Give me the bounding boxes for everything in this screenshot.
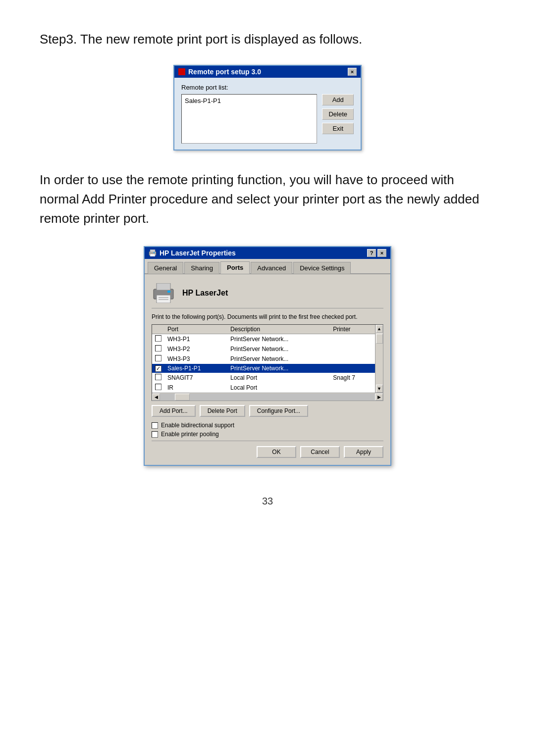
port-table-scroll: Port Description Printer WH3-P1 PrintSer… (152, 325, 375, 393)
step3-text: Step3. The new remote print port is disp… (40, 30, 495, 49)
hscroll-track[interactable] (160, 394, 375, 401)
hscroll-right-arrow[interactable]: ▶ (375, 394, 383, 401)
port-printer-4: SnagIt 7 (330, 373, 375, 383)
port-printer-5 (330, 383, 375, 393)
remote-delete-button[interactable]: Delete (322, 108, 354, 120)
remote-dialog-titlebar: Remote port setup 3.0 × (174, 66, 361, 78)
table-row[interactable]: WH3-P1 PrintServer Network... (152, 334, 375, 345)
port-printer-0 (330, 334, 375, 345)
port-desc-3: PrintServer Network... (227, 364, 330, 373)
printer-name: HP LaserJet (182, 289, 228, 298)
remote-dialog-title: Remote port setup 3.0 (188, 68, 261, 76)
svg-rect-2 (150, 254, 155, 256)
hp-titlebar-controls: ? × (367, 249, 386, 257)
printer-header: HP LaserJet (152, 279, 383, 308)
port-table: Port Description Printer WH3-P1 PrintSer… (152, 325, 375, 393)
svg-rect-9 (159, 299, 168, 300)
tab-advanced[interactable]: Advanced (251, 262, 292, 274)
remote-action-buttons: Add Delete Exit (322, 94, 354, 144)
vscroll-thumb[interactable] (376, 334, 383, 344)
svg-rect-3 (154, 252, 155, 253)
port-table-vscrollbar[interactable]: ▲ ▼ (375, 325, 383, 393)
table-row[interactable]: WH3-P3 PrintServer Network... (152, 354, 375, 364)
port-name-2: WH3-P3 (164, 354, 227, 364)
hp-tabs-bar: General Sharing Ports Advanced Device Se… (145, 259, 390, 274)
col-port: Port (164, 325, 227, 334)
hp-dialog-footer: OK Cancel Apply (152, 441, 383, 460)
remote-port-list-label: Remote port list: (181, 84, 354, 91)
port-name-5: IR (164, 383, 227, 393)
port-name-4: SNAGIT7 (164, 373, 227, 383)
port-printer-1 (330, 344, 375, 354)
remote-port-listbox[interactable]: Sales-P1-P1 (181, 94, 317, 144)
hp-dialog-wrapper: HP LaserJet Properties ? × General Shari… (40, 246, 495, 466)
port-table-container: Port Description Printer WH3-P1 PrintSer… (152, 324, 383, 401)
remote-port-item: Sales-P1-P1 (184, 97, 315, 105)
apply-button[interactable]: Apply (344, 446, 383, 458)
col-description: Description (227, 325, 330, 334)
port-checkbox-0[interactable] (155, 335, 161, 342)
ok-button[interactable]: OK (257, 446, 296, 458)
vscroll-down-arrow[interactable]: ▼ (376, 385, 383, 393)
remote-close-button[interactable]: × (348, 68, 357, 76)
port-desc-5: Local Port (227, 383, 330, 393)
titlebar-left: Remote port setup 3.0 (178, 68, 261, 76)
table-row[interactable]: WH3-P2 PrintServer Network... (152, 344, 375, 354)
port-table-hscrollbar[interactable]: ◀ ▶ (152, 393, 383, 401)
port-checkbox-1[interactable] (155, 345, 161, 352)
cancel-button[interactable]: Cancel (300, 446, 340, 458)
hp-dialog-title: HP LaserJet Properties (160, 249, 236, 257)
page-number: 33 (40, 496, 495, 507)
pooling-label: Enable printer pooling (161, 431, 219, 438)
svg-rect-1 (150, 250, 155, 252)
hp-dialog-body: HP LaserJet Print to the following port(… (145, 274, 390, 465)
port-checkbox-2[interactable] (155, 355, 161, 361)
port-checkbox-4[interactable] (155, 374, 161, 380)
hscroll-thumb[interactable] (175, 394, 190, 401)
remote-exit-button[interactable]: Exit (322, 123, 354, 134)
table-scroll-area: Port Description Printer WH3-P1 PrintSer… (152, 325, 383, 393)
remote-dialog-wrapper: Remote port setup 3.0 × Remote port list… (40, 65, 495, 151)
pooling-row: Enable printer pooling (152, 431, 383, 438)
port-checkbox-3[interactable]: ✓ (155, 365, 161, 372)
bidirectional-label: Enable bidirectional support (161, 422, 234, 429)
printer-large-icon (152, 283, 175, 303)
remote-dialog-body: Remote port list: Sales-P1-P1 Add Delete… (174, 78, 361, 150)
delete-port-button[interactable]: Delete Port (200, 405, 245, 417)
remote-add-button[interactable]: Add (322, 94, 354, 105)
table-row[interactable]: IR Local Port (152, 383, 375, 393)
svg-rect-5 (157, 283, 170, 290)
pooling-checkbox[interactable] (152, 431, 158, 438)
vscroll-up-arrow[interactable]: ▲ (376, 325, 383, 333)
tab-ports[interactable]: Ports (220, 261, 250, 274)
hscroll-left-arrow[interactable]: ◀ (152, 394, 160, 401)
bidirectional-checkbox[interactable] (152, 422, 158, 429)
col-check (152, 325, 164, 334)
bidirectional-row: Enable bidirectional support (152, 422, 383, 429)
tab-general[interactable]: General (148, 262, 183, 274)
configure-port-button[interactable]: Configure Port... (249, 405, 308, 417)
hp-close-button[interactable]: × (377, 249, 386, 257)
port-description-text: Print to the following port(s). Document… (152, 313, 383, 320)
hp-titlebar-left: HP LaserJet Properties (149, 249, 236, 257)
paragraph2-text: In order to use the remote printing func… (40, 170, 495, 228)
port-printer-2 (330, 354, 375, 364)
printer-title-icon (149, 250, 157, 256)
hp-dialog-titlebar: HP LaserJet Properties ? × (145, 247, 390, 259)
table-row-selected[interactable]: ✓ Sales-P1-P1 PrintServer Network... (152, 364, 375, 373)
table-row[interactable]: SNAGIT7 Local Port SnagIt 7 (152, 373, 375, 383)
hp-help-button[interactable]: ? (367, 249, 376, 257)
svg-rect-7 (167, 291, 170, 293)
port-desc-1: PrintServer Network... (227, 344, 330, 354)
remote-content-row: Sales-P1-P1 Add Delete Exit (181, 94, 354, 144)
hp-dialog: HP LaserJet Properties ? × General Shari… (144, 246, 391, 466)
port-action-buttons: Add Port... Delete Port Configure Port..… (152, 405, 383, 417)
add-port-button[interactable]: Add Port... (152, 405, 196, 417)
port-checkbox-5[interactable] (155, 384, 161, 390)
port-name-1: WH3-P2 (164, 344, 227, 354)
remote-title-icon (178, 68, 185, 75)
tab-device-settings[interactable]: Device Settings (293, 262, 351, 274)
tab-sharing[interactable]: Sharing (184, 262, 219, 274)
port-desc-2: PrintServer Network... (227, 354, 330, 364)
port-desc-4: Local Port (227, 373, 330, 383)
